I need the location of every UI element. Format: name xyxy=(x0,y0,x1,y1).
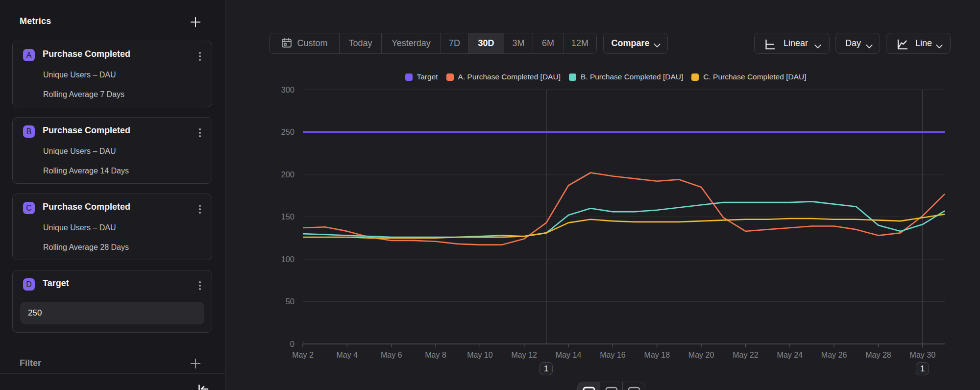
svg-text:May 18: May 18 xyxy=(644,351,670,359)
svg-text:May 16: May 16 xyxy=(600,351,626,359)
svg-text:May 8: May 8 xyxy=(425,351,446,359)
svg-text:May 22: May 22 xyxy=(733,351,759,359)
svg-text:May 12: May 12 xyxy=(511,351,537,359)
svg-text:200: 200 xyxy=(281,170,294,179)
svg-text:50: 50 xyxy=(286,297,294,306)
svg-text:May 30: May 30 xyxy=(910,351,936,359)
svg-text:May 6: May 6 xyxy=(381,351,402,359)
svg-text:150: 150 xyxy=(281,212,294,221)
svg-text:May 26: May 26 xyxy=(821,351,847,359)
svg-text:May 14: May 14 xyxy=(556,351,582,359)
svg-text:300: 300 xyxy=(281,85,294,94)
svg-text:May 20: May 20 xyxy=(688,351,714,359)
svg-text:May 4: May 4 xyxy=(337,351,358,359)
svg-text:100: 100 xyxy=(281,255,294,264)
svg-text:May 2: May 2 xyxy=(292,351,314,359)
svg-text:May 10: May 10 xyxy=(467,351,493,359)
svg-text:May 24: May 24 xyxy=(777,351,803,359)
svg-text:0: 0 xyxy=(290,340,294,348)
svg-text:May 28: May 28 xyxy=(865,351,891,359)
svg-text:250: 250 xyxy=(281,127,294,136)
